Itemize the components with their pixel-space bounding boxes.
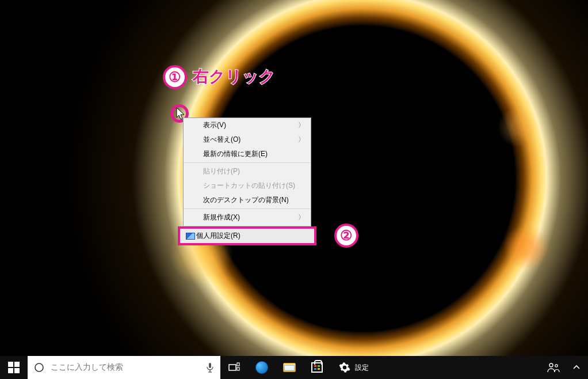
svg-rect-1 xyxy=(14,362,20,367)
menu-item-view[interactable]: 表示(V) 〉 xyxy=(184,118,311,132)
edge-icon xyxy=(255,361,268,374)
svg-point-11 xyxy=(549,363,553,367)
chevron-right-icon: 〉 xyxy=(298,135,305,145)
chevron-up-icon xyxy=(573,364,580,371)
taskbar-app-edge[interactable] xyxy=(248,356,276,379)
annotation-1: ① 右クリック xyxy=(163,65,276,89)
store-icon xyxy=(311,362,323,373)
chevron-right-icon: 〉 xyxy=(298,213,305,222)
taskbar-app-store[interactable] xyxy=(303,356,331,379)
gear-icon xyxy=(339,362,350,373)
menu-item-sort[interactable]: 並べ替え(O) 〉 xyxy=(184,132,311,147)
system-tray xyxy=(542,356,588,379)
desktop-context-menu: 表示(V) 〉 並べ替え(O) 〉 最新の情報に更新(E) 貼り付け(P) ショ… xyxy=(183,118,311,236)
menu-item-label: 新規作成(X) xyxy=(203,213,240,222)
task-view-button[interactable] xyxy=(220,356,248,379)
menu-item-paste-shortcut: ショートカットの貼り付け(S) xyxy=(184,179,311,193)
people-button[interactable] xyxy=(542,362,565,373)
menu-item-next-background[interactable]: 次のデスクトップの背景(N) xyxy=(184,193,311,207)
taskbar: ここに入力して検索 設定 xyxy=(0,356,588,379)
task-view-icon xyxy=(228,362,240,373)
svg-rect-0 xyxy=(8,362,13,367)
menu-item-personalize[interactable]: 個人用設定(R) xyxy=(178,226,316,245)
annotation-2: ② xyxy=(334,223,362,248)
annotation-2-number: ② xyxy=(334,223,358,248)
svg-rect-9 xyxy=(237,363,239,366)
taskbar-app-settings[interactable] xyxy=(331,356,358,379)
menu-item-label: 表示(V) xyxy=(203,120,226,130)
svg-rect-3 xyxy=(14,368,20,373)
taskbar-app-explorer[interactable] xyxy=(276,356,303,379)
search-placeholder: ここに入力して検索 xyxy=(51,362,200,373)
cortana-icon[interactable] xyxy=(28,362,51,373)
menu-item-label: 並べ替え(O) xyxy=(203,135,240,145)
windows-logo-icon xyxy=(8,362,20,373)
annotation-1-label: 右クリック xyxy=(193,67,276,85)
svg-rect-8 xyxy=(229,365,236,370)
svg-rect-10 xyxy=(237,367,239,370)
search-box[interactable]: ここに入力して検索 xyxy=(28,356,220,379)
menu-item-refresh[interactable]: 最新の情報に更新(E) xyxy=(184,147,311,161)
start-button[interactable] xyxy=(0,356,28,379)
svg-rect-5 xyxy=(209,363,211,368)
menu-separator xyxy=(184,162,310,163)
folder-icon xyxy=(283,363,296,372)
annotation-1-number: ① xyxy=(163,65,187,89)
menu-separator xyxy=(184,209,310,209)
svg-point-4 xyxy=(35,363,43,372)
microphone-icon[interactable] xyxy=(200,362,220,373)
taskbar-settings-label: 設定 xyxy=(355,356,375,379)
menu-item-label: ショートカットの貼り付け(S) xyxy=(203,181,295,191)
menu-item-label: 個人用設定(R) xyxy=(196,231,240,241)
menu-item-paste: 貼り付け(P) xyxy=(184,164,311,179)
svg-point-12 xyxy=(555,365,558,367)
menu-item-label: 次のデスクトップの背景(N) xyxy=(203,195,289,205)
svg-rect-2 xyxy=(8,368,13,373)
menu-item-new[interactable]: 新規作成(X) 〉 xyxy=(184,210,311,225)
personalize-icon xyxy=(186,233,195,240)
chevron-right-icon: 〉 xyxy=(298,120,305,130)
people-icon xyxy=(547,362,560,373)
menu-item-label: 貼り付け(P) xyxy=(203,166,240,176)
menu-item-label: 最新の情報に更新(E) xyxy=(203,149,268,159)
tray-overflow-button[interactable] xyxy=(565,364,588,371)
